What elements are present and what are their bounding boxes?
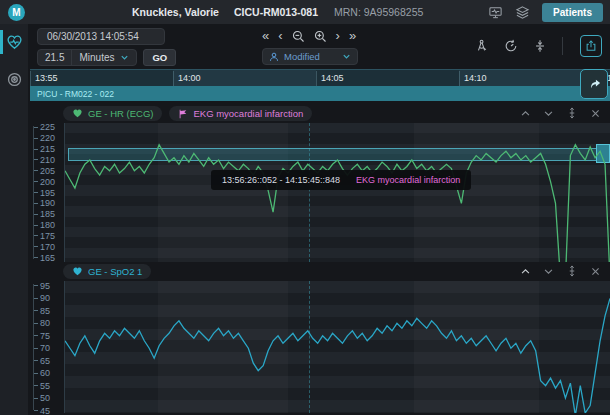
annotation-filter-value: Modified <box>284 51 337 62</box>
y-axis-tick-label: 75 <box>34 331 50 341</box>
fit-vertical-icon[interactable] <box>566 265 578 277</box>
layers-icon[interactable] <box>515 5 530 20</box>
timeline-tick-label: 13:55 <box>30 71 58 86</box>
chart-spo2-plot[interactable] <box>64 281 610 413</box>
left-sidebar <box>0 24 28 415</box>
y-axis-tick-label: 220 <box>34 133 55 143</box>
app-window: M Knuckles, Valorie CICU-RM013-081 MRN: … <box>0 0 610 415</box>
chart-hr-plot[interactable]: 13:56:26::052 - 14:15:45::848 EKG myocar… <box>64 123 610 262</box>
duration-value-input[interactable]: 21.5 <box>38 50 72 65</box>
y-axis-tick-label: 215 <box>34 144 55 154</box>
y-axis-tick-label: 205 <box>34 166 55 176</box>
move-down-icon[interactable] <box>543 108 554 119</box>
bed-id: CICU-RM013-081 <box>234 6 318 18</box>
zoom-out-button[interactable] <box>292 30 305 43</box>
move-up-icon[interactable] <box>520 266 531 277</box>
y-axis-tick-label: 210 <box>34 155 55 165</box>
sidebar-item-review[interactable] <box>0 66 28 92</box>
y-axis-tick-label: 80 <box>34 318 50 328</box>
patient-mrn: MRN: 9A95968255 <box>334 6 423 18</box>
timeline-room-band[interactable]: PICU - RM022 - 022 <box>30 86 610 101</box>
page-first-button[interactable]: « <box>262 29 269 43</box>
hr-line-chart <box>65 123 610 262</box>
sidebar-item-vitals[interactable] <box>0 29 28 55</box>
chevron-down-icon <box>342 52 351 61</box>
time-toolbar: 06/30/2013 14:05:54 21.5 Minutes GO <box>28 24 610 68</box>
toolbar-divider <box>562 37 563 55</box>
timeline-tick-label: 14:05 <box>316 71 344 86</box>
timeline-ticks[interactable]: 13:5514:0014:0514:1014:15 <box>30 69 610 86</box>
main-content: 06/30/2013 14:05:54 21.5 Minutes GO <box>28 24 610 415</box>
tooltip-annotation-label: EKG myocardial infarction <box>356 175 460 185</box>
y-axis-tick-label: 50 <box>34 393 50 403</box>
tooltip-time-range: 13:56:26::052 - 14:15:45::848 <box>222 175 340 185</box>
fit-vertical-icon[interactable] <box>566 107 578 119</box>
y-axis-tick-label: 65 <box>34 356 50 366</box>
y-axis-tick-label: 55 <box>34 381 50 391</box>
annotation-tag-label: EKG myocardial infarction <box>193 108 303 119</box>
app-logo[interactable]: M <box>8 4 25 21</box>
y-axis-tick-label: 170 <box>34 242 55 252</box>
chart-hr-ecg: GE - HR (ECG) EKG myocardial infarction <box>30 104 610 262</box>
move-up-icon[interactable] <box>520 108 531 119</box>
calipers-button[interactable] <box>475 39 489 53</box>
y-axis-tick-label: 70 <box>34 343 50 353</box>
person-icon <box>269 52 279 62</box>
go-button[interactable]: GO <box>143 49 176 66</box>
move-down-icon[interactable] <box>543 266 554 277</box>
y-axis-tick-label: 200 <box>34 177 55 187</box>
annotation-tag-pill[interactable]: EKG myocardial infarction <box>169 106 312 121</box>
duration-unit-select[interactable]: Minutes <box>72 52 136 63</box>
y-axis-tick-label: 185 <box>34 209 55 219</box>
chart-hr-title: GE - HR (ECG) <box>88 108 153 119</box>
heart-pulse-icon <box>6 34 23 51</box>
y-axis-tick-label: 60 <box>34 368 50 378</box>
heart-icon <box>72 266 83 277</box>
export-button[interactable] <box>580 35 602 57</box>
chart-spo2-title: GE - SpO2 1 <box>88 266 142 277</box>
page-next-button[interactable]: › <box>336 29 340 43</box>
heart-icon <box>72 108 83 119</box>
y-axis-tick-label: 225 <box>34 122 55 132</box>
close-icon[interactable] <box>590 108 601 119</box>
annotation-tooltip: 13:56:26::052 - 14:15:45::848 EKG myocar… <box>211 170 471 190</box>
y-axis-tick-label: 45 <box>34 406 50 415</box>
patients-button[interactable]: Patients <box>542 3 603 22</box>
timeline-tick-label: 14:10 <box>459 71 487 86</box>
y-axis-tick-label: 195 <box>34 188 55 198</box>
y-axis-tick-label: 175 <box>34 231 55 241</box>
y-axis-tick-label: 95 <box>34 281 50 291</box>
eye-icon <box>6 71 23 88</box>
page-prev-button[interactable]: ‹ <box>278 29 282 43</box>
share-forward-button[interactable] <box>580 69 608 99</box>
zoom-in-button[interactable] <box>314 30 327 43</box>
y-axis-tick-label: 85 <box>34 306 50 316</box>
datetime-input[interactable]: 06/30/2013 14:05:54 <box>37 28 165 45</box>
chart-spo2-tools <box>520 265 601 277</box>
annotation-filter-select[interactable]: Modified <box>262 48 358 65</box>
chart-spo2-title-pill[interactable]: GE - SpO2 1 <box>63 264 151 279</box>
chart-hr-title-pill[interactable]: GE - HR (ECG) <box>63 106 162 121</box>
flag-icon <box>178 109 188 119</box>
y-axis-tick-label: 90 <box>34 293 50 303</box>
y-axis-tick-label: 180 <box>34 220 55 230</box>
collapse-vertical-button[interactable] <box>533 39 547 53</box>
chevron-down-icon <box>120 53 129 62</box>
page-last-button[interactable]: » <box>349 29 356 43</box>
close-icon[interactable] <box>590 266 601 277</box>
forward-arrow-icon <box>587 77 602 92</box>
timeline[interactable]: 13:5514:0014:0514:1014:15 PICU - RM022 -… <box>30 69 610 101</box>
refresh-button[interactable] <box>504 39 518 53</box>
navigation-controls: « ‹ › » <box>262 29 382 65</box>
spo2-line-chart <box>65 281 610 413</box>
duration-unit-label: Minutes <box>79 52 114 63</box>
timeline-tick-label: 14:00 <box>173 71 201 86</box>
chart-hr-yaxis: 225220215210205200195190185180175170165 <box>30 123 64 262</box>
monitor-waveform-icon[interactable] <box>488 5 503 20</box>
chart-hr-tools <box>520 107 601 119</box>
toolbar-right-tools <box>475 35 602 57</box>
room-band-label: PICU - RM022 - 022 <box>37 89 114 99</box>
duration-control: 21.5 Minutes <box>37 49 137 66</box>
y-axis-tick-label: 190 <box>34 198 55 208</box>
chart-spo2-yaxis: 9590858075706560555045 <box>30 281 64 413</box>
